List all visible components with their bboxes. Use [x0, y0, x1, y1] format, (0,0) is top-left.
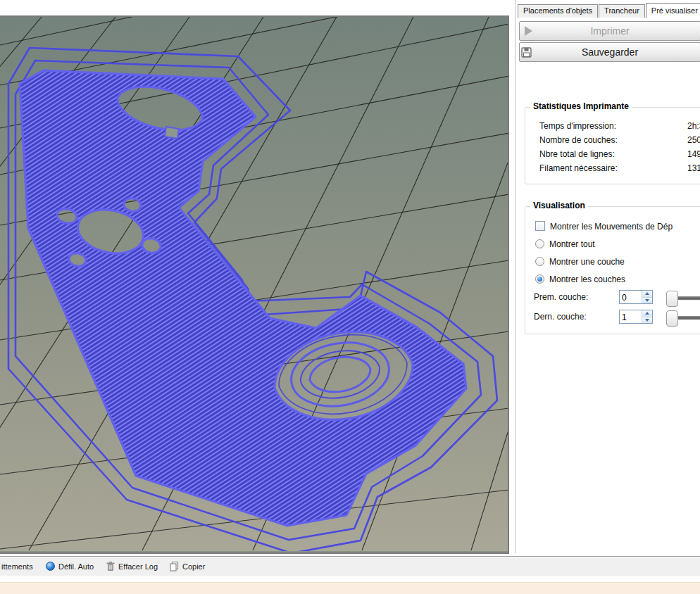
- tab-trancheur[interactable]: Trancheur: [599, 4, 645, 18]
- down-arrow-icon: [645, 319, 649, 322]
- last-layer-spinbox: [619, 310, 653, 324]
- last-layer-slider: [666, 310, 700, 325]
- last-layer-input[interactable]: [620, 310, 642, 323]
- show-all-label: Montrer tout: [549, 239, 595, 249]
- show-layer-range-row: Montrer les couches: [535, 274, 700, 285]
- first-layer-slider-thumb[interactable]: [666, 291, 678, 307]
- show-all-row: Montrer tout: [535, 239, 700, 250]
- toolbar-item-defil-auto[interactable]: Défil. Auto: [46, 557, 94, 576]
- bed-3d-scene: [0, 17, 508, 551]
- blue-dot-icon: [46, 562, 55, 571]
- up-arrow-icon: [645, 292, 649, 295]
- bottom-peach-strip: [0, 582, 700, 594]
- toolbar-item-effacer-log[interactable]: Effacer Log: [106, 557, 158, 576]
- first-layer-up-button[interactable]: [642, 291, 652, 297]
- last-layer-down-button[interactable]: [642, 317, 652, 324]
- show-layer-range-label: Montrer les couches: [549, 274, 625, 284]
- last-layer-slider-track[interactable]: [676, 316, 700, 320]
- trash-icon: [106, 562, 115, 571]
- printer-stats-group: Statistiques Imprimante Temps d'impressi…: [525, 107, 700, 184]
- print-button[interactable]: Imprimer: [519, 21, 700, 41]
- visualization-group: Visualisation Montrer les Mouvements de …: [525, 206, 700, 334]
- log-toolbar: ittements Défil. Auto Effacer Log Copier: [0, 556, 700, 576]
- top-strip: [0, 0, 509, 15]
- stat-row-line-count: Nbre total de lignes:14994: [539, 148, 700, 160]
- app-window: Placements d'objetsTrancheurPré visualis…: [0, 0, 700, 594]
- save-button-label: Sauvegarder: [520, 46, 700, 58]
- show-one-layer-row: Montrer une couche: [535, 256, 700, 267]
- print-preview-3d-view[interactable]: [0, 15, 509, 554]
- right-panel: Placements d'objetsTrancheurPré visualis…: [515, 0, 700, 553]
- toolbar-item-copier[interactable]: Copier: [170, 557, 205, 576]
- visualization-title: Visualisation: [530, 201, 588, 210]
- stat-value-layer-count: 250: [687, 134, 700, 146]
- first-layer-slider: [666, 290, 700, 305]
- stat-row-layer-count: Nombre de couches:250: [539, 134, 700, 146]
- up-arrow-icon: [645, 312, 649, 315]
- pad-hole-notch: [165, 127, 179, 139]
- save-button[interactable]: Sauvegarder: [519, 42, 700, 62]
- print-button-label: Imprimer: [520, 25, 700, 37]
- last-layer-up-button[interactable]: [642, 310, 652, 317]
- stat-row-filament: Filament nécessaire:13111: [539, 163, 700, 174]
- toolbar-item-acquittements[interactable]: ittements: [1, 557, 33, 576]
- first-layer-spinbox: [619, 290, 653, 304]
- stat-value-print-time: 2h:32: [687, 120, 700, 132]
- printer-stats-title: Statistiques Imprimante: [530, 101, 632, 111]
- show-layer-range-radio[interactable]: [535, 274, 544, 284]
- last-layer-row: Dern. couche:: [534, 310, 700, 325]
- stat-value-filament: 13111: [687, 163, 700, 174]
- tab-placements-objets[interactable]: Placements d'objets: [518, 4, 598, 18]
- show-one-layer-radio[interactable]: [535, 257, 544, 266]
- copy-icon: [170, 562, 179, 571]
- stat-value-line-count: 14994: [687, 148, 700, 160]
- last-layer-slider-thumb[interactable]: [666, 310, 678, 327]
- first-layer-label: Prem. couche:: [534, 292, 588, 302]
- last-layer-label: Dern. couche:: [534, 312, 587, 322]
- first-layer-row: Prem. couche:: [534, 290, 700, 305]
- show-travel-moves-row: Montrer les Mouvements de Dép: [535, 221, 700, 232]
- show-one-layer-label: Montrer une couche: [549, 257, 625, 267]
- show-travel-moves-label: Montrer les Mouvements de Dép: [550, 222, 673, 232]
- tab-previsualiser-impression[interactable]: Pré visualiser impre: [646, 3, 700, 18]
- show-all-radio[interactable]: [535, 239, 544, 248]
- stat-row-print-time: Temps d'impression:2h:32: [539, 120, 700, 132]
- bottom-white-strip: [0, 576, 700, 582]
- first-layer-down-button[interactable]: [642, 297, 652, 304]
- show-travel-moves-checkbox[interactable]: [535, 221, 545, 231]
- down-arrow-icon: [645, 299, 649, 302]
- first-layer-slider-track[interactable]: [676, 296, 700, 300]
- first-layer-input[interactable]: [620, 291, 642, 303]
- tab-strip: Placements d'objetsTrancheurPré visualis…: [518, 2, 700, 16]
